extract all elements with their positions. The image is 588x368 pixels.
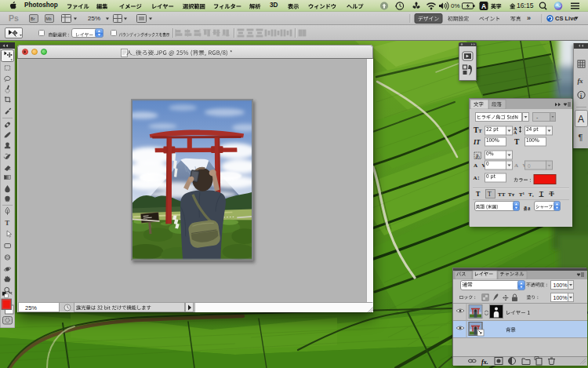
svg-text:Tᴛ: Tᴛ	[508, 191, 515, 198]
svg-text:T: T	[514, 138, 520, 146]
svg-text:T: T	[476, 191, 481, 198]
svg-text:IT: IT	[473, 138, 481, 146]
svg-text:a: a	[524, 204, 527, 211]
svg-text:TT: TT	[498, 191, 506, 198]
svg-text:¶: ¶	[579, 133, 583, 142]
svg-text:0: 0	[528, 163, 531, 169]
svg-text:T₁: T₁	[528, 191, 534, 198]
svg-text:A⃒V: A⃒V	[474, 162, 486, 169]
svg-text:i: i	[580, 93, 582, 100]
svg-text:fx: fx	[578, 77, 584, 85]
svg-text:T¹: T¹	[519, 191, 524, 198]
svg-text:Br: Br	[31, 16, 35, 21]
svg-text:T: T	[488, 191, 492, 198]
svg-text:T: T	[479, 129, 482, 133]
svg-text:100%: 100%	[554, 295, 568, 301]
svg-text:A: A	[481, 2, 486, 10]
svg-text:T: T	[550, 191, 554, 198]
svg-text:T: T	[5, 219, 9, 227]
svg-text:A: A	[578, 114, 584, 125]
svg-text:A↕: A↕	[474, 175, 481, 181]
svg-text:100%: 100%	[554, 282, 568, 288]
svg-text:あ: あ	[475, 154, 480, 159]
svg-text:Mb: Mb	[46, 16, 52, 21]
svg-text:fx.: fx.	[481, 359, 488, 366]
svg-text:A: A	[514, 130, 517, 135]
